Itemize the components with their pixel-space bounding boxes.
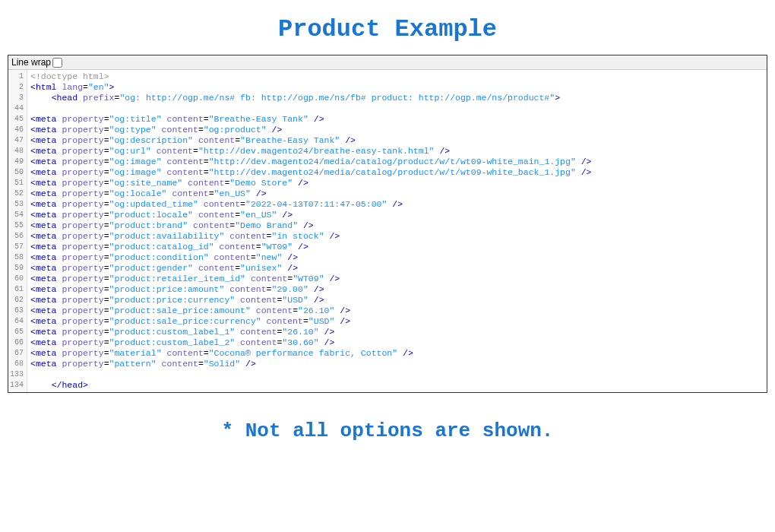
- code-line: </head>: [30, 380, 764, 391]
- code-line: <meta property="og:title" content="Breat…: [30, 114, 764, 125]
- line-number: 50: [10, 167, 24, 178]
- code-line: <meta property="og:site_name" content="D…: [30, 178, 764, 188]
- code-line: <meta property="product:gender" content=…: [30, 263, 764, 274]
- code-line: <meta property="og:locale" content="en_U…: [30, 188, 764, 199]
- code-line: <meta property="product:condition" conte…: [30, 252, 764, 263]
- code-line: <meta property="og:image" content="http:…: [30, 157, 764, 167]
- footnote: * Not all options are shown.: [0, 420, 775, 442]
- line-number: 59: [10, 263, 24, 274]
- code-line: <meta property="product:price:amount" co…: [30, 284, 764, 295]
- code-line: <html lang="en">: [30, 82, 764, 93]
- line-number: 67: [10, 348, 24, 359]
- code-line: <meta property="product:availability" co…: [30, 231, 764, 242]
- line-number: 53: [10, 199, 24, 210]
- code-area: 1234445464748495051525354555657585960616…: [8, 70, 767, 392]
- code-content: <!doctype html><html lang="en"> <head pr…: [27, 70, 767, 392]
- code-line: <meta property="product:catalog_id" cont…: [30, 242, 764, 252]
- linewrap-checkbox[interactable]: [52, 58, 62, 68]
- code-line: <meta property="og:updated_time" content…: [30, 199, 764, 210]
- line-number: 66: [10, 337, 24, 348]
- line-number: 52: [10, 188, 24, 199]
- code-line: [30, 369, 764, 380]
- page-title: Product Example: [0, 15, 775, 43]
- line-number: 133: [10, 369, 24, 380]
- line-number: 51: [10, 178, 24, 188]
- line-number: 46: [10, 125, 24, 135]
- code-line: <meta property="product:custom_label_1" …: [30, 327, 764, 337]
- line-number: 44: [10, 103, 24, 114]
- line-number: 68: [10, 359, 24, 369]
- code-line: <meta property="product:locale" content=…: [30, 210, 764, 220]
- code-toolbar: Line wrap: [8, 55, 767, 70]
- line-number: 2: [10, 82, 24, 93]
- code-line: <!doctype html>: [30, 71, 764, 82]
- line-number: 56: [10, 231, 24, 242]
- line-number: 61: [10, 284, 24, 295]
- line-number: 55: [10, 220, 24, 231]
- code-line: [30, 103, 764, 114]
- code-viewer: Line wrap 123444546474849505152535455565…: [8, 55, 767, 393]
- code-line: <meta property="product:custom_label_2" …: [30, 337, 764, 348]
- code-line: <meta property="product:retailer_item_id…: [30, 274, 764, 284]
- code-line: <meta property="material" content="Cocon…: [30, 348, 764, 359]
- line-number: 45: [10, 114, 24, 125]
- code-line: <meta property="og:description" content=…: [30, 135, 764, 146]
- code-line: <meta property="og:url" content="http://…: [30, 146, 764, 157]
- code-line: <meta property="og:type" content="og:pro…: [30, 125, 764, 135]
- line-number: 58: [10, 252, 24, 263]
- line-number: 64: [10, 316, 24, 327]
- code-line: <meta property="og:image" content="http:…: [30, 167, 764, 178]
- line-number-gutter: 1234445464748495051525354555657585960616…: [8, 70, 27, 392]
- line-number: 65: [10, 327, 24, 337]
- line-number: 62: [10, 295, 24, 306]
- line-number: 134: [10, 380, 24, 391]
- code-line: <meta property="product:brand" content="…: [30, 220, 764, 231]
- line-number: 47: [10, 135, 24, 146]
- code-line: <meta property="pattern" content="Solid"…: [30, 359, 764, 369]
- code-line: <meta property="product:price:currency" …: [30, 295, 764, 306]
- code-line: <meta property="product:sale_price:amoun…: [30, 306, 764, 316]
- line-number: 48: [10, 146, 24, 157]
- line-number: 60: [10, 274, 24, 284]
- code-line: <head prefix="og: http://ogp.me/ns# fb: …: [30, 93, 764, 103]
- line-number: 49: [10, 157, 24, 167]
- line-number: 57: [10, 242, 24, 252]
- line-number: 63: [10, 306, 24, 316]
- line-number: 1: [10, 71, 24, 82]
- code-line: <meta property="product:sale_price:curre…: [30, 316, 764, 327]
- linewrap-label: Line wrap: [11, 57, 51, 68]
- line-number: 3: [10, 93, 24, 103]
- line-number: 54: [10, 210, 24, 220]
